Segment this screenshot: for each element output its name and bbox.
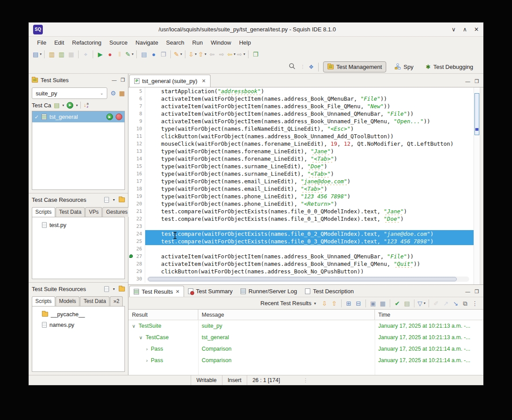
expander-icon[interactable]: › <box>146 346 148 352</box>
maximize-panel-icon[interactable]: ❒ <box>474 289 479 295</box>
run-icon[interactable]: ▶ <box>106 114 113 120</box>
code-line-9[interactable]: 9 activateItem(waitForObjectItem(names.a… <box>128 117 474 125</box>
menu-file[interactable]: File <box>33 38 50 47</box>
code-line-6[interactable]: 6 activateItem(waitForObjectItem(names.a… <box>128 95 474 102</box>
titlebar[interactable]: SQ /usr/local/squish/suites/suite_py/tst… <box>29 23 483 37</box>
code-line-15[interactable]: 15 type(waitForObject(names.surname_Line… <box>128 163 474 170</box>
new-folder-icon[interactable] <box>119 197 125 202</box>
tsr-tab-2[interactable]: »2 <box>110 296 123 306</box>
edit-script-icon[interactable]: ✎▾ <box>125 49 134 59</box>
menu-source[interactable]: Source <box>105 38 132 47</box>
editor-tab[interactable]: tst_general (suite_py) ✕ <box>129 75 211 87</box>
open-external-icon[interactable]: ⧉ <box>461 299 470 308</box>
list-item-names-py[interactable]: names.py <box>32 319 124 330</box>
new-test-suite-icon[interactable]: ▤▾ <box>33 49 41 59</box>
previous-annotation-icon[interactable]: ⇧▾ <box>198 49 207 59</box>
code-line-11[interactable]: 11 clickButton(waitForObject(names.addre… <box>128 132 474 140</box>
tcr-tab-test-data[interactable]: Test Data <box>56 207 85 217</box>
code-line-13[interactable]: 13 type(waitForObject(names.forename_Lin… <box>128 148 474 155</box>
menu-window[interactable]: Window <box>207 38 235 47</box>
run-dropdown-icon[interactable]: ▾ <box>76 103 78 107</box>
column-header-message[interactable]: Message <box>198 310 375 320</box>
code-line-29[interactable]: 29 clickButton(waitForObject(names.addre… <box>128 268 474 275</box>
code-line-20[interactable]: 20 type(waitForObject(names.phone_LineEd… <box>128 200 474 208</box>
object-picker-icon[interactable]: ⌖ <box>81 49 90 59</box>
tab-test-results[interactable]: Test Results✕ <box>129 286 184 297</box>
result-row[interactable]: ›PassComparisonJanuary 17, 2025 at 10:21… <box>128 343 483 355</box>
minimize-button[interactable]: ∨ <box>452 26 456 33</box>
column-header-time[interactable]: Time <box>375 310 483 320</box>
tsr-tab-test-data[interactable]: Test Data <box>80 296 109 306</box>
view-menu-icon[interactable]: ⋮ <box>471 299 479 308</box>
expander-icon[interactable]: ∨ <box>132 323 136 329</box>
menu-run[interactable]: Run <box>188 38 207 47</box>
scrollbar-thumb[interactable] <box>148 277 457 281</box>
minimize-panel-icon[interactable]: — <box>112 77 117 83</box>
pin-editor-icon[interactable]: ❐ <box>251 49 260 59</box>
maximize-panel-icon[interactable]: ❒ <box>120 77 125 83</box>
code-line-5[interactable]: 5 startApplication("addressbook") <box>128 87 474 95</box>
suite-combobox[interactable]: suite_py ⌄ <box>32 87 107 99</box>
perspective-test-management[interactable]: Test Management <box>323 61 386 72</box>
result-row[interactable]: ›PassComparisonJanuary 17, 2025 at 10:21… <box>128 355 483 366</box>
run-test-suite-icon[interactable]: ▶ <box>96 49 105 59</box>
expander-icon[interactable]: ∨ <box>139 335 143 341</box>
search-icon[interactable] <box>289 63 296 72</box>
open-perspective-icon[interactable]: ❖ <box>309 64 314 70</box>
code-line-7[interactable]: 7 activateItem(waitForObjectItem(names.a… <box>128 102 474 110</box>
code-line-10[interactable]: 10 type(waitForObject(names.fileNameEdit… <box>128 125 474 132</box>
new-file-dropdown-icon[interactable]: ▾ <box>113 198 115 202</box>
tsr-tab-models[interactable]: Models <box>56 296 80 306</box>
code-line-12[interactable]: 12 mouseClick(waitForObject(names.forena… <box>128 140 474 148</box>
close-tab-icon[interactable]: ✕ <box>176 289 180 295</box>
jump-to-previous-icon[interactable]: ⇩ <box>320 299 329 308</box>
test-case-resources-header[interactable]: Test Case Resources ▾ <box>29 193 128 206</box>
import-results-icon[interactable]: ↘ <box>451 299 460 308</box>
new-folder-icon[interactable] <box>119 287 125 291</box>
minimize-panel-icon[interactable]: — <box>465 289 470 295</box>
maximize-button[interactable]: ∧ <box>463 26 467 33</box>
export-results-icon[interactable]: ↗ <box>441 299 450 308</box>
back-icon[interactable]: ⇦ <box>207 49 216 59</box>
test-suites-header[interactable]: Test Suites — ❒ <box>29 74 128 86</box>
expand-all-icon[interactable]: ⊞ <box>344 299 353 308</box>
code-area[interactable]: 5 startApplication("addressbook")6 activ… <box>128 87 474 284</box>
perspective-test-debugging[interactable]: ✱Test Debugging <box>422 62 477 72</box>
last-edit-location-icon[interactable]: ⇦▾ <box>227 49 236 59</box>
close-button[interactable]: ✕ <box>474 26 479 33</box>
code-editor[interactable]: 5 startApplication("addressbook")6 activ… <box>128 87 483 284</box>
code-line-22[interactable]: 22 test.compare(waitForObjectExists(name… <box>128 215 474 223</box>
record-test-case-icon[interactable]: ● <box>105 49 114 59</box>
object-map-icon[interactable]: ▦ <box>119 90 125 97</box>
minimize-editor-icon[interactable]: — <box>465 79 470 84</box>
stop-icon[interactable] <box>116 114 122 120</box>
results-table-header[interactable]: ResultMessageTime <box>128 310 483 320</box>
menu-navigate[interactable]: Navigate <box>132 38 162 47</box>
code-line-26[interactable]: 26 <box>128 245 474 253</box>
code-line-8[interactable]: 8 activateItem(waitForObjectItem(names.a… <box>128 110 474 117</box>
screenshots-icon[interactable]: ▣ <box>369 299 377 308</box>
editor-vertical-scrollbar[interactable] <box>474 87 480 284</box>
column-header-result[interactable]: Result <box>128 310 198 320</box>
expander-icon[interactable]: › <box>146 358 148 363</box>
go-forward-icon[interactable]: ⇨▾ <box>237 49 245 59</box>
perspective-spy[interactable]: Spy <box>391 61 417 72</box>
close-tab-icon[interactable]: ✕ <box>202 78 206 84</box>
recent-results-dropdown[interactable]: Recent Test Results ▾ <box>260 300 316 306</box>
code-line-17[interactable]: 17 type(waitForObject(names.email_LineEd… <box>128 178 474 185</box>
run-test-case-icon[interactable]: ▶ <box>67 102 73 109</box>
new-script-icon[interactable]: ▤ <box>139 49 148 59</box>
code-line-23[interactable]: 23 <box>128 223 474 230</box>
sort-az-icon[interactable]: ↓az <box>83 102 88 108</box>
highlight-icon[interactable]: ✎▾ <box>173 49 182 59</box>
new-file-icon[interactable] <box>104 286 109 292</box>
next-annotation-icon[interactable]: ⇩▾ <box>188 49 197 59</box>
new-file-dropdown-icon[interactable]: ▾ <box>113 287 115 291</box>
code-line-21[interactable]: 21 test.compare(waitForObjectExists(name… <box>128 208 474 215</box>
tab-test-description[interactable]: Test Description <box>301 286 358 297</box>
code-line-16[interactable]: 16 type(waitForObject(names.surname_Line… <box>128 170 474 178</box>
window-layout-icon[interactable]: ❐ <box>159 49 168 59</box>
code-line-30[interactable]: 30 <box>128 275 474 283</box>
tcr-tab-scripts[interactable]: Scripts <box>32 207 55 217</box>
tcr-tab-gestures[interactable]: Gestures <box>102 207 131 217</box>
